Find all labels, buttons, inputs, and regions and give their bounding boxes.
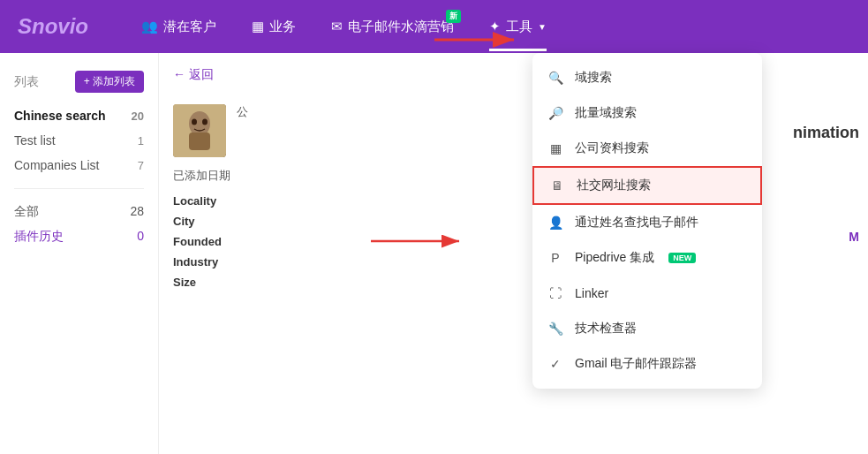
svg-point-6 [202,119,208,125]
new-badge: NEW [668,253,696,263]
dropdown-label: 批量域搜索 [575,105,637,121]
avatar [173,104,226,157]
dropdown-company-profile[interactable]: ▦ 公司资料搜索 [532,131,762,166]
chevron-down-icon: ▼ [538,22,547,32]
dropdown-linker[interactable]: ⛶ Linker [532,276,762,311]
dropdown-label: 技术检查器 [575,321,637,337]
list-count: 7 [138,159,144,172]
nav-prospects[interactable]: 👥 潜在客户 [141,19,216,35]
social-icon: 🖥 [548,177,566,194]
dropdown-label: 公司资料搜索 [575,140,649,156]
svg-rect-4 [189,132,210,150]
dropdown-name-search[interactable]: 👤 通过姓名查找电子邮件 [532,205,762,240]
dropdown-domain-search[interactable]: 🔍 域搜索 [532,60,762,95]
dropdown-gmail-tracker[interactable]: ✓ Gmail 电子邮件跟踪器 [532,346,762,382]
nav-tools[interactable]: ✦ 工具 ▼ [489,19,547,35]
header: Snovio 👥 潜在客户 ▦ 业务 ✉ 电子邮件水滴营销 新 ✦ 工具 ▼ [0,0,868,53]
logo[interactable]: Snovio [18,14,88,39]
sidebar-divider [14,188,144,189]
dropdown-label: 社交网址搜索 [577,178,651,193]
dropdown-label: 域搜索 [575,70,612,86]
sidebar-header: 列表 + 添加列表 [14,71,144,93]
dropdown-label: Linker [575,286,608,300]
dropdown-tech-checker[interactable]: 🔧 技术检查器 [532,311,762,346]
dropdown-label: Gmail 电子邮件跟踪器 [575,356,697,372]
tech-icon: 🔧 [547,320,564,337]
tools-dropdown: 🔍 域搜索 🔎 批量域搜索 ▦ 公司资料搜索 🖥 社交网址搜索 👤 通过姓名查找… [532,53,762,389]
bulk-search-icon: 🔎 [547,104,564,122]
dropdown-label: Pipedrive 集成 [575,250,654,266]
avatar-image [173,104,226,157]
list-item-test-list[interactable]: Test list 1 [14,128,144,153]
linker-icon: ⛶ [547,284,564,302]
tools-icon: ✦ [489,19,501,34]
plugin-history-item[interactable]: 插件历史 0 [14,224,144,249]
logo-italic: io [70,14,88,38]
add-list-button[interactable]: + 添加列表 [75,71,144,93]
grid-icon: ▦ [252,19,264,34]
gmail-icon: ✓ [547,355,564,373]
list-count: 20 [132,110,144,123]
svg-point-5 [192,119,197,125]
search-icon: 🔍 [547,69,564,87]
new-badge: 新 [446,10,461,23]
users-icon: 👥 [141,19,158,34]
company-icon: ▦ [547,140,564,157]
avatar-svg [173,104,226,157]
plugin-label: 插件历史 [14,229,64,245]
all-label: 全部 [14,204,39,220]
right-panel-link[interactable]: M [849,230,859,244]
list-count: 1 [138,134,144,148]
list-item-chinese-search[interactable]: Chinese search 20 [14,103,144,128]
list-name: Test list [14,133,56,148]
logo-text: Snov [18,14,70,38]
main-nav: 👥 潜在客户 ▦ 业务 ✉ 电子邮件水滴营销 新 ✦ 工具 ▼ [141,19,850,35]
dropdown-bulk-search[interactable]: 🔎 批量域搜索 [532,95,762,131]
list-item-companies[interactable]: Companies List 7 [14,153,144,178]
dropdown-label: 通过姓名查找电子邮件 [575,215,698,231]
sidebar-title: 列表 [14,74,39,90]
nav-business[interactable]: ▦ 业务 [252,19,296,35]
nav-email-drip[interactable]: ✉ 电子邮件水滴营销 新 [331,19,454,35]
pipedrive-icon: P [547,249,564,267]
name-icon: 👤 [547,214,564,231]
sidebar: 列表 + 添加列表 Chinese search 20 Test list 1 … [0,53,159,454]
dropdown-pipedrive[interactable]: P Pipedrive 集成 NEW [532,240,762,276]
plugin-count: 0 [137,229,144,245]
dropdown-social-url[interactable]: 🖥 社交网址搜索 [532,166,762,205]
all-item[interactable]: 全部 28 [14,200,144,224]
email-icon: ✉ [331,19,343,34]
list-name: Chinese search [14,109,106,123]
list-name: Companies List [14,158,100,172]
right-panel-text: nimation [793,124,859,142]
all-count: 28 [130,204,144,220]
